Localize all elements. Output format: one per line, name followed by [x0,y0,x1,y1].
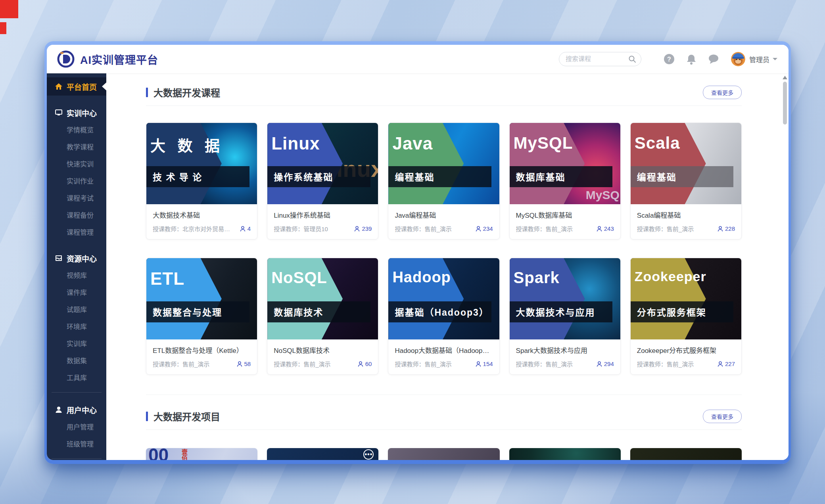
project-thumbnail: 00壹佰 [146,448,257,460]
projects-section: 大数据开发项目 查看更多 00壹佰大数据开发案例•••大数据开发案例大数据开发案… [146,395,742,460]
section-header-courses: 大数据开发课程 查看更多 [146,85,742,99]
sidebar-item[interactable]: 课程管理 [47,224,106,241]
section-header-projects: 大数据开发项目 查看更多 [146,409,742,423]
sidebar-item[interactable]: 学情概览 [47,122,106,139]
sidebar-item[interactable]: 教学课程 [47,139,106,156]
sidebar-item[interactable]: 课程考试 [47,190,106,207]
chevron-down-icon[interactable] [773,58,777,63]
person-count-icon [357,361,364,367]
sidebar-item[interactable]: 工具库 [47,370,106,387]
user-icon [55,406,63,414]
course-card[interactable]: 编程基础ScalaScala编程基础授课教师：售前_演示228 [630,123,742,240]
project-thumbnail: ••• [267,448,378,460]
divider [52,392,102,393]
notification-bell-icon[interactable] [685,53,697,65]
course-card[interactable]: MySQ数据库基础MySQLMySQL数据库基础授课教师：售前_演示243 [509,123,621,240]
user-avatar[interactable] [731,52,745,66]
course-title: Zookeeper分布式服务框架 [637,345,735,355]
course-title: Hadoop大数据基础（Hadoop3） [395,345,493,355]
course-title: Spark大数据技术与应用 [516,345,614,355]
course-thumbnail: Linux操作系统基础Linux [267,123,378,204]
sidebar-item[interactable]: 用户管理 [47,419,106,436]
thumbnail-subtitle-band: 分布式服务框架 [631,301,734,322]
sidebar-item[interactable]: 视频库 [47,267,106,284]
project-card[interactable]: 00壹佰大数据开发案例 [146,448,257,460]
sidebar-item[interactable]: 快速实训 [47,156,106,173]
sidebar-item[interactable]: 班级管理 [47,436,106,453]
sidebar-item[interactable]: 环境库 [47,318,106,335]
thumbnail-subtitle-band: 据基础（Hadoop3） [388,301,491,322]
scroll-up-arrow-icon[interactable] [783,76,787,79]
course-card[interactable]: 据基础（Hadoop3）HadoopHadoop大数据基础（Hadoop3）授课… [388,258,499,375]
project-thumbnail [509,448,621,460]
course-info: Scala编程基础授课教师：售前_演示228 [631,204,741,239]
sidebar-item-home[interactable]: 平台首页 [47,77,106,96]
course-grid-row2: 数据整合与处理ETLETL数据整合与处理（Kettle）授课教师：售前_演示58… [146,258,742,375]
sidebar-section-3[interactable]: 用户中心 [47,401,106,419]
sidebar-item[interactable]: 数据集 [47,353,106,370]
course-card[interactable]: 编程基础JavaJava编程基础授课教师：售前_演示234 [388,123,499,240]
search-box[interactable] [559,52,641,66]
sidebar-section-1[interactable]: 实训中心 [47,103,106,122]
scrollbar[interactable] [782,74,788,460]
course-info: Java编程基础授课教师：售前_演示234 [388,204,499,239]
main-content: 大数据开发课程 查看更多 技 术 导 论大 数 据大数据技术基础授课教师：北京市… [106,73,789,460]
user-name[interactable]: 管理员 [749,54,769,64]
view-more-button[interactable]: 查看更多 [703,410,742,423]
course-student-count: 227 [717,360,735,367]
course-card[interactable]: 数据整合与处理ETLETL数据整合与处理（Kettle）授课教师：售前_演示58 [146,258,257,375]
course-thumbnail: 分布式服务框架Zookeeper [631,258,741,339]
course-teacher: 授课教师：北京市对外贸易学校教... [153,224,236,233]
svg-text:?: ? [667,56,671,63]
thumbnail-title-text: Java [392,134,433,153]
thumbnail-subtitle-band: 编程基础 [631,166,734,187]
sidebar-item[interactable]: 实训作业 [47,173,106,190]
search-input[interactable] [566,56,628,63]
project-grid: 00壹佰大数据开发案例•••大数据开发案例大数据开发案例大数据开发案例大数据开发… [146,448,742,460]
sidebar-item[interactable]: 课件库 [47,284,106,301]
project-card[interactable]: 大数据开发案例 [509,448,621,460]
project-card[interactable]: 大数据开发案例 [388,448,499,460]
sidebar-item-label: 平台首页 [67,81,97,92]
course-thumbnail: 编程基础Scala [631,123,741,204]
project-card[interactable]: •••大数据开发案例 [267,448,378,460]
course-thumbnail: 技 术 导 论大 数 据 [146,123,257,204]
person-count-icon [596,361,602,367]
section-title: 大数据开发项目 [153,409,220,423]
divider [52,458,102,459]
thumbnail-subtitle-band: 编程基础 [388,166,491,187]
course-title: Java编程基础 [395,210,493,220]
project-thumbnail [388,448,499,460]
thumbnail-tag-text: 壹佰 [180,449,188,460]
course-info: ETL数据整合与处理（Kettle）授课教师：售前_演示58 [146,339,257,374]
course-thumbnail: MySQ数据库基础MySQL [510,123,620,204]
course-card[interactable]: 数据库技术NoSQLNoSQL数据库技术授课教师：售前_演示60 [267,258,378,375]
sidebar-item[interactable]: 课程备份 [47,207,106,224]
scrollbar-thumb[interactable] [783,82,787,125]
message-icon[interactable] [708,53,719,65]
course-student-count: 234 [475,225,493,232]
thumbnail-title-text: NoSQL [271,269,327,287]
course-student-count: 60 [357,360,372,367]
course-card[interactable]: 大数据技术与应用SparkSpark大数据技术与应用授课教师：售前_演示294 [509,258,621,375]
view-more-button[interactable]: 查看更多 [703,86,742,99]
search-icon[interactable] [628,55,636,63]
person-count-icon [717,226,723,232]
help-icon[interactable]: ? [663,53,675,65]
browser-window-frame: AI实训管理平台 ? [44,41,791,464]
thumbnail-subtitle-band: 操作系统基础 [267,166,370,187]
sidebar-section-2[interactable]: 资源中心 [47,249,106,267]
ellipsis-icon: ••• [363,449,374,460]
sidebar-item[interactable]: 实训库 [47,335,106,353]
course-card[interactable]: Linux操作系统基础LinuxLinux操作系统基础授课教师：管理员10239 [267,123,378,240]
course-thumbnail: 据基础（Hadoop3）Hadoop [388,258,499,339]
course-card[interactable]: 分布式服务框架ZookeeperZookeeper分布式服务框架授课教师：售前_… [630,258,742,375]
section-accent-bar [146,88,148,97]
thumbnail-title-text: 大 数 据 [150,134,224,155]
course-student-count: 243 [596,225,614,232]
course-card[interactable]: 技 术 导 论大 数 据大数据技术基础授课教师：北京市对外贸易学校教...4 [146,123,257,240]
course-info: Zookeeper分布式服务框架授课教师：售前_演示227 [631,339,741,374]
course-teacher: 授课教师：售前_演示 [395,224,471,233]
project-card[interactable]: 大数据开发案例 [630,448,742,460]
sidebar-item[interactable]: 试题库 [47,301,106,318]
